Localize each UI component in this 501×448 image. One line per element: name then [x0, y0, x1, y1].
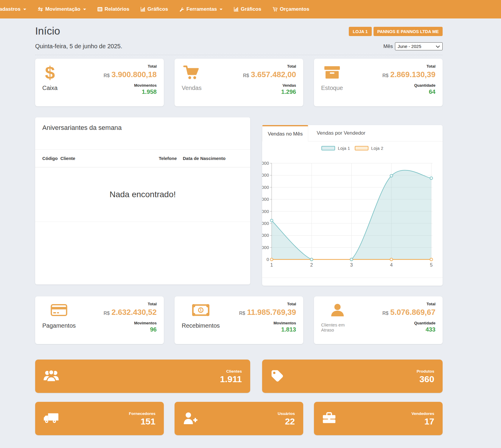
- person-icon: [331, 304, 344, 318]
- area-chart-plot: 0500001000001500002000002500003000003500…: [262, 151, 443, 270]
- count-label: Quantidade: [382, 83, 435, 88]
- nav-item-relatorios[interactable]: Relatórios: [97, 6, 129, 12]
- svg-text:150000: 150000: [262, 221, 269, 226]
- nav-label: Relatórios: [105, 6, 129, 12]
- tab-vendas-no-mes[interactable]: Vendas no Mês: [262, 125, 308, 141]
- legend-item-loja1[interactable]: Loja 1: [321, 146, 350, 151]
- count-label: Vendas: [243, 83, 296, 88]
- stat-card-name: Estoque: [321, 85, 343, 91]
- svg-text:250000: 250000: [262, 197, 269, 202]
- currency-prefix: R$: [104, 311, 110, 316]
- panel-footer: [262, 278, 443, 286]
- store-button[interactable]: LOJA 1: [349, 27, 371, 36]
- wrench-icon: [179, 7, 184, 12]
- sales-tabbar: Vendas no Mês Vendas por Vendedor: [262, 125, 443, 141]
- nav-item-graficos-2[interactable]: Gráficos: [234, 6, 261, 12]
- svg-text:0: 0: [267, 257, 269, 262]
- column-data-nascimento: Data de Nascimento: [183, 156, 243, 161]
- stat-card-name: Clientes em Atraso: [321, 322, 354, 333]
- total-label: Total: [104, 302, 157, 306]
- tile-label: Produtos: [417, 369, 434, 374]
- count-label: Movimentos: [104, 321, 157, 325]
- total-value: 11.985.769,39: [247, 308, 296, 317]
- nav-item-orcamentos[interactable]: Orçamentos: [273, 6, 309, 12]
- svg-text:1: 1: [270, 262, 273, 267]
- tile-clientes[interactable]: Clientes 1.911: [35, 360, 250, 393]
- currency-prefix: R$: [239, 311, 245, 316]
- tile-vendedores[interactable]: Vendedores 17: [314, 402, 443, 435]
- credit-card-icon: [51, 304, 67, 318]
- sales-chart: Loja 1 Loja 2 05000010000015000020000025…: [262, 141, 443, 278]
- tile-value: 360: [417, 375, 434, 384]
- column-cliente: Cliente: [60, 156, 159, 161]
- svg-text:1: 1: [200, 308, 202, 312]
- stat-card-pagamentos: Pagamentos Total R$2.632.430,52 Moviment…: [35, 296, 164, 344]
- currency-prefix: R$: [382, 311, 388, 316]
- bar-chart-icon: [234, 7, 239, 12]
- count-value: 1.958: [104, 88, 157, 95]
- total-label: Total: [104, 64, 157, 69]
- svg-text:200000: 200000: [262, 209, 269, 214]
- tile-value: 151: [129, 417, 155, 426]
- month-select[interactable]: June - 2025: [395, 42, 443, 50]
- count-value: 1.296: [243, 88, 296, 95]
- exchange-icon: [38, 7, 43, 12]
- cart-icon: [273, 7, 278, 12]
- legend-item-loja2[interactable]: Loja 2: [355, 146, 383, 151]
- stat-card-caixa: $ Caixa Total R$3.900.800,18 Movimentos …: [35, 59, 164, 106]
- count-value: 96: [104, 326, 157, 333]
- tile-usuarios[interactable]: Usuários 22: [175, 402, 303, 435]
- legend-swatch-loja1: [321, 146, 335, 150]
- page-title: Início: [35, 25, 60, 37]
- legend-label: Loja 1: [338, 146, 350, 151]
- stat-card-name: Vendas: [182, 85, 202, 91]
- users-icon: [43, 369, 59, 383]
- stat-card-name: Recebimentos: [182, 322, 220, 329]
- column-telefone: Telefone: [159, 156, 183, 161]
- company-button[interactable]: PANNOS E PANNOS LTDA ME: [374, 27, 443, 36]
- nav-label: adastros: [0, 6, 21, 12]
- total-label: Total: [239, 302, 296, 306]
- tile-fornecedores[interactable]: Fornecedores 151: [35, 402, 164, 435]
- tile-label: Vendedores: [411, 411, 434, 416]
- nav-item-movimentacao[interactable]: Movimentação: [38, 6, 86, 12]
- stat-card-recebimentos: 1 Recebimentos Total R$11.985.769,39 Mov…: [175, 296, 303, 344]
- divider: [35, 55, 443, 55]
- nav-item-ferramentas[interactable]: Ferramentas: [179, 6, 223, 12]
- tag-icon: [270, 369, 284, 383]
- svg-text:350000: 350000: [262, 172, 269, 178]
- total-value: 3.657.482,00: [251, 70, 296, 79]
- current-date: Quinta-feira, 5 de junho de 2025.: [35, 43, 122, 50]
- month-select-value: June - 2025: [398, 44, 421, 49]
- chevron-down-icon: [83, 9, 86, 10]
- tile-label: Clientes: [220, 369, 242, 374]
- svg-text:400000: 400000: [262, 161, 269, 166]
- count-value: 433: [382, 326, 435, 333]
- bar-chart-icon: [141, 7, 145, 12]
- sales-panel: Vendas no Mês Vendas por Vendedor Loja 1…: [262, 125, 443, 286]
- tile-value: 17: [411, 417, 434, 426]
- stat-card-estoque: Estoque Total R$2.869.130,39 Quantidade …: [314, 59, 443, 106]
- birthdays-panel: Aniversariantes da semana Código Cliente…: [35, 117, 250, 284]
- month-select-label: Mês: [383, 43, 393, 49]
- svg-text:300000: 300000: [262, 185, 269, 190]
- legend-label: Loja 2: [371, 146, 383, 151]
- birthdays-title: Aniversariantes da semana: [35, 117, 250, 150]
- tab-vendas-por-vendedor[interactable]: Vendas por Vendedor: [308, 125, 374, 141]
- empty-state-message: Nada encontrado!: [35, 167, 250, 222]
- nav-item-graficos-1[interactable]: Gráficos: [141, 6, 168, 12]
- stat-card-vendas: Vendas Total R$3.657.482,00 Vendas 1.296: [175, 59, 303, 106]
- tile-label: Usuários: [278, 411, 295, 416]
- nav-label: Ferramentas: [186, 6, 217, 12]
- nav-label: Movimentação: [45, 6, 80, 12]
- total-value: 2.632.430,52: [111, 308, 157, 317]
- nav-item-cadastros[interactable]: adastros: [0, 6, 26, 12]
- birthdays-table-header: Código Cliente Telefone Data de Nascimen…: [35, 150, 250, 167]
- legend-swatch-loja2: [355, 146, 368, 150]
- svg-text:5: 5: [430, 262, 433, 267]
- total-value: 3.900.800,18: [111, 70, 157, 79]
- tile-produtos[interactable]: Produtos 360: [262, 360, 443, 393]
- truck-icon: [43, 412, 58, 425]
- column-codigo: Código: [42, 156, 60, 161]
- total-value: 2.869.130,39: [390, 70, 435, 79]
